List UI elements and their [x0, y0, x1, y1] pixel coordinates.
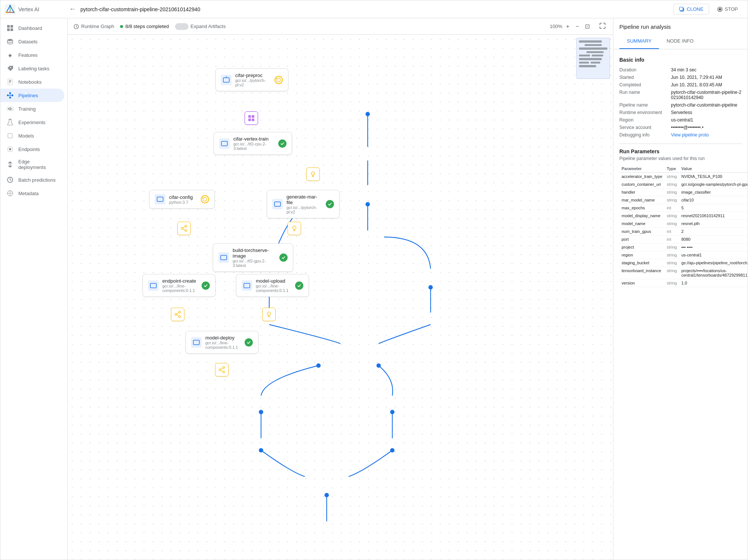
sidebar-item-labeling[interactable]: Labeling tasks: [0, 62, 64, 75]
table-row: port int 8080: [619, 236, 748, 243]
node-cifar-config[interactable]: cifar-config python:3.7: [149, 190, 215, 209]
thumb-bar-4: [579, 65, 596, 67]
svg-point-94: [267, 312, 271, 316]
edge-icon: [6, 161, 14, 168]
node-build-torchserve[interactable]: build-torchserve-image gcr.io/.../tf2-gp…: [213, 243, 293, 272]
svg-line-102: [221, 370, 223, 372]
node-model-upload[interactable]: model-upload gcr.io/.../line-components:…: [236, 274, 309, 297]
sidebar-item-datasets[interactable]: Datasets: [0, 35, 64, 48]
zoom-fit-button[interactable]: ⊡: [583, 22, 592, 31]
node-generate-mar-file[interactable]: generate-mar-file gcr.io/.../pytorch-pl:…: [267, 190, 340, 218]
stop-button[interactable]: STOP: [712, 4, 743, 14]
param-type: int: [665, 228, 679, 236]
zoom-out-button[interactable]: −: [573, 22, 581, 31]
run-params-sub: Pipeline parameter values used for this …: [619, 156, 742, 161]
run-params-title: Run Parameters: [619, 148, 742, 154]
basic-info-grid: Duration 34 min 3 sec Started Jun 10, 20…: [619, 67, 742, 138]
svg-point-101: [223, 371, 225, 373]
pipeline-title: pytorch-cifar-customtrain-pipeline-20210…: [80, 6, 200, 12]
sidebar-item-batch[interactable]: Batch predictions: [0, 173, 64, 187]
table-row: tensorboard_instance string projects/•••…: [619, 267, 748, 279]
view-pipeline-proto-link[interactable]: View pipeline proto: [671, 132, 742, 138]
service-account-label: Service account: [619, 125, 668, 130]
generate-mar-status: [326, 200, 334, 208]
svg-point-89: [179, 311, 181, 313]
fullscreen-button[interactable]: [598, 21, 607, 31]
node-cifar-preproc[interactable]: cifar-preproc gcr.io/.../pytorch-pl:v2: [215, 68, 288, 91]
param-value: gcr.io/google-samples/pytorch-pl-gpu-ct:…: [679, 181, 748, 188]
sidebar-item-endpoints[interactable]: Endpoints: [0, 142, 64, 156]
svg-point-5: [6, 12, 7, 13]
svg-rect-73: [272, 199, 283, 209]
param-name: max_epochs: [619, 204, 665, 212]
divider: [619, 144, 742, 144]
sidebar-item-features[interactable]: ◈ Features: [0, 48, 64, 62]
artifact-node-4[interactable]: [288, 222, 301, 235]
sidebar-item-edge[interactable]: Edge deployments: [0, 156, 64, 173]
svg-rect-9: [680, 7, 683, 10]
sidebar-item-metadata[interactable]: Metadata: [0, 187, 64, 200]
svg-rect-71: [155, 194, 165, 204]
node-cifar-vertex-train[interactable]: cifar-vertex-train gcr.io/.../tf2-cpu.2-…: [214, 132, 292, 155]
artifact-node-5[interactable]: [171, 308, 184, 321]
pipeline-canvas[interactable]: cifar-preproc gcr.io/.../pytorch-pl:v2: [68, 35, 613, 560]
svg-rect-62: [248, 115, 251, 118]
expand-artifacts-toggle[interactable]: Expand Artifacts: [175, 23, 226, 30]
expand-toggle[interactable]: [175, 23, 188, 30]
vertex-train-sub: gcr.io/.../tf2-cpu.2-3:latest: [233, 142, 275, 151]
param-name: num_train_gpus: [619, 228, 665, 236]
svg-point-53: [377, 363, 381, 368]
clone-button[interactable]: CLONE: [674, 4, 709, 15]
service-account-value: ••••••••@••••••••.•: [671, 125, 742, 130]
sidebar-item-models[interactable]: Models: [0, 129, 64, 142]
param-value: 5: [679, 204, 748, 212]
preproc-sub: gcr.io/.../pytorch-pl:v2: [235, 78, 271, 87]
artifact-node-2[interactable]: [306, 167, 320, 181]
param-name: handler: [619, 188, 665, 196]
param-name: accelerator_train_type: [619, 173, 665, 181]
zoom-in-button[interactable]: +: [564, 22, 571, 31]
run-name-value: pytorch-cifar-customtrain-pipeline-20210…: [671, 90, 742, 100]
svg-rect-15: [10, 28, 13, 31]
generate-mar-sub: gcr.io/.../pytorch-pl:v2: [286, 205, 322, 214]
node-info-model-upload: model-upload gcr.io/.../line-components:…: [256, 278, 291, 293]
svg-rect-65: [252, 119, 254, 121]
steps-status-badge: 8/8 steps completed: [120, 24, 169, 29]
model-deploy-name: model-deploy: [205, 335, 241, 341]
artifact-node-7[interactable]: [215, 363, 229, 376]
svg-point-99: [223, 367, 225, 369]
svg-point-76: [181, 228, 183, 230]
table-row: model_display_name string resnet20210610…: [619, 212, 748, 220]
svg-rect-17: [8, 79, 12, 85]
sidebar-item-training[interactable]: Training: [0, 102, 64, 116]
artifact-node-3[interactable]: [177, 222, 191, 235]
artifact-node-6[interactable]: [262, 308, 276, 321]
back-button[interactable]: ←: [69, 5, 76, 13]
svg-point-47: [365, 112, 370, 116]
node-icon-vertex-train: [219, 138, 230, 149]
completed-value: Jun 10, 2021, 8:03:45 AM: [671, 82, 742, 87]
node-icon-torchserve: [218, 252, 229, 263]
tab-summary[interactable]: SUMMARY: [619, 34, 659, 49]
param-name: tensorboard_instance: [619, 267, 665, 279]
param-name: custom_container_uri: [619, 181, 665, 188]
node-endpoint-create[interactable]: endpoint-create gcr.io/.../line-componen…: [142, 274, 215, 297]
svg-point-4: [9, 5, 11, 6]
labeling-icon: [6, 65, 14, 72]
sidebar-item-notebooks[interactable]: Notebooks: [0, 75, 64, 89]
node-info-cifar-config: cifar-config python:3.7: [169, 194, 197, 204]
artifact-node-1[interactable]: [245, 111, 258, 125]
sidebar-item-pipelines[interactable]: Pipelines: [0, 89, 64, 102]
tab-node-info[interactable]: NODE INFO: [659, 34, 701, 49]
svg-rect-63: [252, 115, 254, 118]
svg-line-92: [177, 315, 179, 316]
app-name: Vertex AI: [18, 6, 39, 12]
sidebar-item-dashboard[interactable]: Dashboard: [0, 21, 64, 35]
runtime-graph-button[interactable]: Runtime Graph: [74, 24, 114, 29]
sidebar-item-experiments[interactable]: Experiments: [0, 116, 64, 129]
svg-point-6: [13, 12, 15, 13]
node-model-deploy[interactable]: model-deploy gcr.io/.../line-components:…: [186, 331, 258, 354]
param-type: string: [665, 212, 679, 220]
sidebar-label-batch: Batch predictions: [18, 177, 56, 183]
table-row: mar_model_name string cifar10: [619, 196, 748, 204]
